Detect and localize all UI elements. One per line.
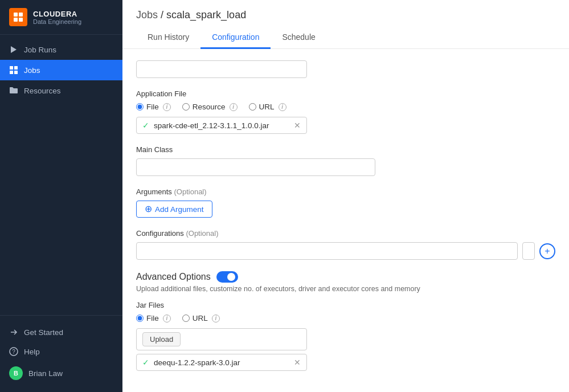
arguments-label: Arguments (Optional) [136,187,555,196]
tab-run-history[interactable]: Run History [136,28,200,49]
jar-radio-url[interactable]: URL i [182,314,220,322]
svg-text:?: ? [12,349,15,355]
config-row: spark.kerberos.access.hadoopFileSystems … [136,242,555,260]
arguments-section: Arguments (Optional) ⊕ Add Argument [136,187,555,218]
svg-rect-4 [10,66,13,70]
job-name-section: scala_spark_load [136,60,555,78]
jar-files-radio-group: File i URL i [136,314,555,322]
advanced-options-description: Upload additional files, customize no. o… [136,285,555,293]
configuration-content: scala_spark_load Application File File i… [122,49,569,392]
user-avatar: B [9,366,23,380]
add-config-button[interactable]: + [539,243,555,259]
sidebar-item-get-started[interactable]: Get Started [0,322,122,342]
application-file-radio-group: File i Resource i URL i [136,103,555,111]
jar-file-info-icon[interactable]: i [163,315,171,322]
advanced-options-section: Advanced Options Upload additional files… [136,271,555,371]
app-logo: CLOUDERA Data Engineering [0,0,122,35]
main-class-input[interactable]: LoadData [136,158,375,176]
radio-resource[interactable]: Resource i [182,103,238,111]
configurations-section: Configurations (Optional) spark.kerberos… [136,229,555,260]
advanced-options-title: Advanced Options [136,272,211,282]
help-circle-icon: ? [9,347,18,356]
sidebar-item-jobs[interactable]: Jobs [0,60,122,80]
jar-check-icon: ✓ [142,358,149,367]
configurations-label: Configurations (Optional) [136,229,555,238]
jar-radio-file[interactable]: File i [136,314,171,322]
sidebar-item-job-runs[interactable]: Job Runs [0,39,122,60]
sidebar-label-jobs: Jobs [24,66,40,75]
radio-url[interactable]: URL i [249,103,286,111]
svg-rect-3 [19,18,23,22]
sidebar-nav: Job Runs Jobs Resources [0,35,122,315]
job-name-input[interactable]: scala_spark_load [136,60,307,78]
application-file-name: spark-cde-etl_2.12-3.1.1_1.0.0.jar [154,121,289,130]
play-icon [9,45,18,54]
sidebar-bottom: Get Started ? Help B Brian Law [0,315,122,392]
jar-files-section: Jar Files File i URL i Upload [136,301,555,371]
resource-info-icon[interactable]: i [230,103,238,111]
sidebar-item-user[interactable]: B Brian Law [0,361,122,385]
breadcrumb: Jobs / scala_spark_load [136,9,555,21]
application-file-label: Application File [136,89,555,98]
jar-file-name: deequ-1.2.2-spark-3.0.jar [154,358,289,367]
url-info-icon[interactable]: i [279,103,286,111]
file-info-icon[interactable]: i [163,103,171,111]
tab-configuration[interactable]: Configuration [200,28,271,49]
radio-file[interactable]: File i [136,103,171,111]
svg-rect-5 [14,66,18,70]
clear-application-file-button[interactable]: ✕ [294,121,301,130]
clear-jar-file-button[interactable]: ✕ [294,358,301,367]
sidebar-label-job-runs: Job Runs [24,46,56,54]
page-header: Jobs / scala_spark_load Run History Conf… [122,0,569,49]
tab-schedule[interactable]: Schedule [271,28,326,49]
application-file-section: Application File File i Resource i URL i [136,89,555,134]
config-key-input[interactable]: spark.kerberos.access.hadoopFileSystems [136,242,518,260]
folder-icon [9,86,18,95]
config-val-input[interactable]: s3a://nyc-tlc,s3a://blaw-sandbox-2-cdp-b… [522,242,535,260]
main-class-label: Main Class [136,145,555,154]
jar-file-input-row: ✓ deequ-1.2.2-spark-3.0.jar ✕ [136,354,307,371]
user-name-label: Brian Law [28,369,63,378]
jar-upload-box: Upload [136,328,307,350]
arguments-optional: (Optional) [174,187,207,196]
sidebar-label-resources: Resources [24,87,61,95]
tab-bar: Run History Configuration Schedule [136,28,555,48]
breadcrumb-parent[interactable]: Jobs [136,9,158,21]
application-file-input-row: ✓ spark-cde-etl_2.12-3.1.1_1.0.0.jar ✕ [136,117,307,134]
advanced-options-header: Advanced Options [136,271,555,283]
grid-icon [9,66,18,75]
svg-rect-7 [14,71,18,74]
configurations-optional: (Optional) [186,229,218,238]
arrow-right-icon [9,328,18,337]
advanced-options-toggle[interactable] [216,271,238,283]
product-name: Data Engineering [33,18,81,25]
logo-icon [9,8,27,26]
get-started-label: Get Started [24,328,63,337]
company-name: CLOUDERA [33,10,81,18]
main-content: Jobs / scala_spark_load Run History Conf… [122,0,569,392]
main-class-section: Main Class LoadData [136,145,555,176]
jar-url-info-icon[interactable]: i [212,315,220,322]
jar-files-label: Jar Files [136,301,555,309]
svg-rect-0 [14,13,18,17]
breadcrumb-current: scala_spark_load [166,9,246,21]
upload-button[interactable]: Upload [142,332,181,346]
svg-rect-2 [14,18,18,22]
check-icon: ✓ [142,121,149,130]
sidebar: CLOUDERA Data Engineering Job Runs Jobs … [0,0,122,392]
sidebar-item-help[interactable]: ? Help [0,342,122,361]
help-label: Help [24,348,40,356]
svg-rect-1 [19,13,23,17]
add-argument-button[interactable]: ⊕ Add Argument [136,201,212,218]
sidebar-item-resources[interactable]: Resources [0,80,122,101]
svg-rect-6 [10,71,13,74]
